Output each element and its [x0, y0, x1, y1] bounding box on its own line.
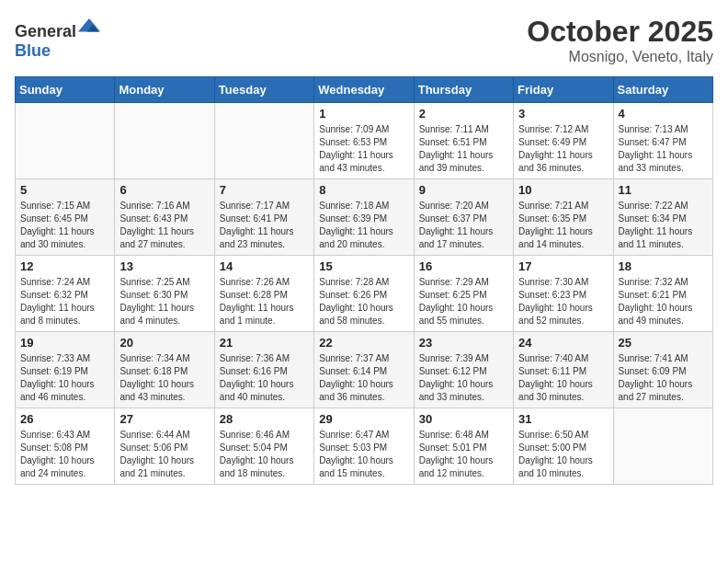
day-number: 9 — [419, 183, 508, 197]
calendar-cell: 29Sunrise: 6:47 AM Sunset: 5:03 PM Dayli… — [314, 408, 414, 485]
calendar-week-4: 19Sunrise: 7:33 AM Sunset: 6:19 PM Dayli… — [16, 332, 713, 408]
day-info: Sunrise: 7:18 AM Sunset: 6:39 PM Dayligh… — [319, 200, 408, 251]
day-info: Sunrise: 7:41 AM Sunset: 6:09 PM Dayligh… — [619, 352, 708, 404]
weekday-header-thursday: Thursday — [414, 77, 513, 103]
calendar-cell: 11Sunrise: 7:22 AM Sunset: 6:34 PM Dayli… — [613, 179, 712, 256]
calendar-week-3: 12Sunrise: 7:24 AM Sunset: 6:32 PM Dayli… — [16, 256, 713, 332]
logo-text: General Blue — [15, 15, 100, 61]
weekday-header-tuesday: Tuesday — [214, 77, 313, 103]
day-number: 26 — [20, 412, 109, 426]
weekday-header-sunday: Sunday — [16, 77, 115, 103]
day-number: 16 — [419, 259, 508, 273]
day-info: Sunrise: 7:29 AM Sunset: 6:25 PM Dayligh… — [419, 276, 508, 327]
day-info: Sunrise: 7:25 AM Sunset: 6:30 PM Dayligh… — [119, 276, 209, 327]
day-number: 5 — [20, 183, 109, 197]
calendar-cell: 12Sunrise: 7:24 AM Sunset: 6:32 PM Dayli… — [16, 256, 115, 332]
calendar-cell: 22Sunrise: 7:37 AM Sunset: 6:14 PM Dayli… — [314, 332, 414, 408]
day-number: 15 — [319, 259, 408, 273]
day-number: 20 — [119, 336, 209, 350]
calendar-cell: 1Sunrise: 7:09 AM Sunset: 6:53 PM Daylig… — [314, 103, 414, 179]
day-number: 17 — [518, 259, 608, 273]
calendar-cell: 30Sunrise: 6:48 AM Sunset: 5:01 PM Dayli… — [414, 408, 513, 485]
logo-general: General — [15, 22, 76, 40]
page-header: General Blue October 2025 Mosnigo, Venet… — [15, 15, 713, 65]
calendar-cell: 10Sunrise: 7:21 AM Sunset: 6:35 PM Dayli… — [514, 179, 613, 256]
day-info: Sunrise: 6:46 AM Sunset: 5:04 PM Dayligh… — [220, 429, 309, 480]
day-number: 12 — [20, 259, 109, 273]
day-number: 27 — [119, 412, 209, 426]
calendar-cell: 17Sunrise: 7:30 AM Sunset: 6:23 PM Dayli… — [514, 256, 613, 332]
logo-blue: Blue — [15, 41, 51, 60]
calendar-cell: 9Sunrise: 7:20 AM Sunset: 6:37 PM Daylig… — [414, 179, 513, 256]
calendar-cell: 31Sunrise: 6:50 AM Sunset: 5:00 PM Dayli… — [514, 408, 613, 485]
day-number: 21 — [220, 336, 309, 350]
day-info: Sunrise: 7:40 AM Sunset: 6:11 PM Dayligh… — [518, 352, 608, 404]
day-info: Sunrise: 6:48 AM Sunset: 5:01 PM Dayligh… — [419, 429, 508, 480]
weekday-header-wednesday: Wednesday — [314, 77, 414, 103]
calendar-table: SundayMondayTuesdayWednesdayThursdayFrid… — [15, 76, 713, 485]
day-info: Sunrise: 7:30 AM Sunset: 6:23 PM Dayligh… — [518, 276, 608, 327]
calendar-cell: 13Sunrise: 7:25 AM Sunset: 6:30 PM Dayli… — [115, 256, 214, 332]
day-info: Sunrise: 7:16 AM Sunset: 6:43 PM Dayligh… — [119, 200, 209, 251]
day-info: Sunrise: 7:28 AM Sunset: 6:26 PM Dayligh… — [319, 276, 408, 327]
calendar-cell — [214, 103, 313, 179]
day-number: 14 — [220, 259, 309, 273]
day-number: 19 — [20, 336, 109, 350]
logo-icon — [78, 15, 100, 37]
location-title: Mosnigo, Veneto, Italy — [527, 49, 713, 65]
day-info: Sunrise: 7:36 AM Sunset: 6:16 PM Dayligh… — [220, 352, 309, 404]
calendar-cell: 14Sunrise: 7:26 AM Sunset: 6:28 PM Dayli… — [214, 256, 313, 332]
day-number: 10 — [518, 183, 608, 197]
day-number: 7 — [220, 183, 309, 197]
calendar-cell: 16Sunrise: 7:29 AM Sunset: 6:25 PM Dayli… — [414, 256, 513, 332]
day-info: Sunrise: 7:24 AM Sunset: 6:32 PM Dayligh… — [20, 276, 109, 327]
weekday-header-monday: Monday — [115, 77, 214, 103]
day-info: Sunrise: 7:22 AM Sunset: 6:34 PM Dayligh… — [619, 200, 708, 251]
calendar-week-1: 1Sunrise: 7:09 AM Sunset: 6:53 PM Daylig… — [16, 103, 713, 179]
day-info: Sunrise: 7:11 AM Sunset: 6:51 PM Dayligh… — [419, 123, 508, 175]
calendar-cell: 19Sunrise: 7:33 AM Sunset: 6:19 PM Dayli… — [16, 332, 115, 408]
day-number: 1 — [319, 107, 408, 121]
calendar-cell: 24Sunrise: 7:40 AM Sunset: 6:11 PM Dayli… — [514, 332, 613, 408]
day-number: 30 — [419, 412, 508, 426]
calendar-cell: 18Sunrise: 7:32 AM Sunset: 6:21 PM Dayli… — [613, 256, 712, 332]
day-number: 22 — [319, 336, 408, 350]
day-number: 23 — [419, 336, 508, 350]
day-number: 8 — [319, 183, 408, 197]
day-number: 24 — [518, 336, 608, 350]
day-info: Sunrise: 7:15 AM Sunset: 6:45 PM Dayligh… — [20, 200, 109, 251]
calendar-cell: 8Sunrise: 7:18 AM Sunset: 6:39 PM Daylig… — [314, 179, 414, 256]
calendar-cell: 23Sunrise: 7:39 AM Sunset: 6:12 PM Dayli… — [414, 332, 513, 408]
calendar-cell: 3Sunrise: 7:12 AM Sunset: 6:49 PM Daylig… — [514, 103, 613, 179]
weekday-header-row: SundayMondayTuesdayWednesdayThursdayFrid… — [16, 77, 713, 103]
calendar-cell: 5Sunrise: 7:15 AM Sunset: 6:45 PM Daylig… — [16, 179, 115, 256]
weekday-header-friday: Friday — [514, 77, 613, 103]
day-number: 3 — [518, 107, 608, 121]
month-title: October 2025 — [527, 15, 713, 49]
calendar-cell: 4Sunrise: 7:13 AM Sunset: 6:47 PM Daylig… — [613, 103, 712, 179]
calendar-cell: 25Sunrise: 7:41 AM Sunset: 6:09 PM Dayli… — [613, 332, 712, 408]
day-info: Sunrise: 7:34 AM Sunset: 6:18 PM Dayligh… — [119, 352, 209, 404]
weekday-header-saturday: Saturday — [613, 77, 712, 103]
day-number: 31 — [518, 412, 608, 426]
calendar-week-2: 5Sunrise: 7:15 AM Sunset: 6:45 PM Daylig… — [16, 179, 713, 256]
calendar-cell: 28Sunrise: 6:46 AM Sunset: 5:04 PM Dayli… — [214, 408, 313, 485]
calendar-week-5: 26Sunrise: 6:43 AM Sunset: 5:08 PM Dayli… — [16, 408, 713, 485]
day-info: Sunrise: 7:26 AM Sunset: 6:28 PM Dayligh… — [220, 276, 309, 327]
day-info: Sunrise: 6:50 AM Sunset: 5:00 PM Dayligh… — [518, 429, 608, 480]
logo: General Blue — [15, 15, 100, 61]
day-number: 13 — [119, 259, 209, 273]
day-number: 29 — [319, 412, 408, 426]
day-number: 11 — [619, 183, 708, 197]
day-info: Sunrise: 6:43 AM Sunset: 5:08 PM Dayligh… — [20, 429, 109, 480]
day-info: Sunrise: 7:32 AM Sunset: 6:21 PM Dayligh… — [619, 276, 708, 327]
day-number: 18 — [619, 259, 708, 273]
calendar-cell: 2Sunrise: 7:11 AM Sunset: 6:51 PM Daylig… — [414, 103, 513, 179]
calendar-cell: 15Sunrise: 7:28 AM Sunset: 6:26 PM Dayli… — [314, 256, 414, 332]
calendar-cell — [16, 103, 115, 179]
day-info: Sunrise: 6:47 AM Sunset: 5:03 PM Dayligh… — [319, 429, 408, 480]
calendar-cell — [613, 408, 712, 485]
day-info: Sunrise: 7:39 AM Sunset: 6:12 PM Dayligh… — [419, 352, 508, 404]
day-number: 2 — [419, 107, 508, 121]
day-info: Sunrise: 7:21 AM Sunset: 6:35 PM Dayligh… — [518, 200, 608, 251]
